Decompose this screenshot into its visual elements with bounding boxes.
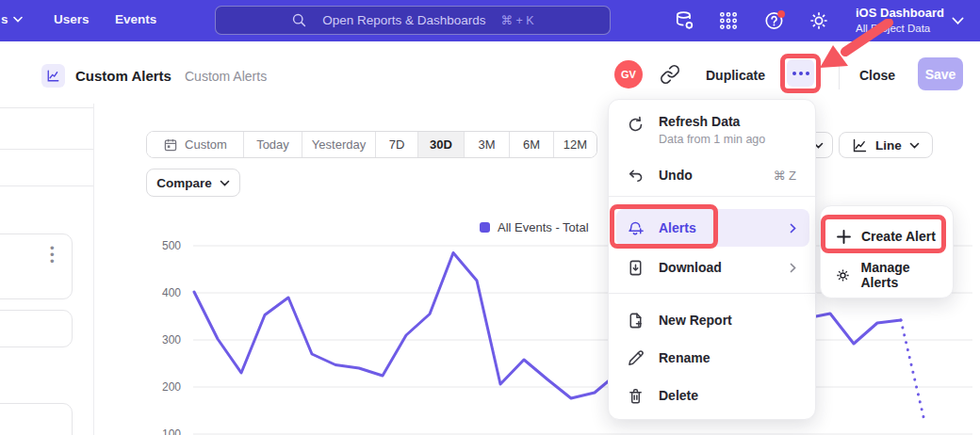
menu-divider: [609, 196, 817, 197]
refresh-icon: [626, 115, 645, 134]
menu-item-shortcut: ⌘ Z: [773, 169, 796, 183]
avatar[interactable]: GV: [614, 60, 643, 89]
alerts-submenu: Create Alert Manage Alerts: [820, 205, 954, 298]
card-kebab-menu-icon[interactable]: •••: [50, 245, 55, 265]
query-builder-card[interactable]: [0, 234, 73, 299]
menu-item-label: Rename: [659, 350, 710, 365]
menu-item-sublabel: Data from 1 min ago: [659, 133, 765, 146]
search-icon: [291, 12, 307, 28]
submenu-item-label: Manage Alerts: [861, 260, 949, 290]
global-search-input[interactable]: Open Reports & Dashboards ⌘ + K: [215, 6, 611, 35]
plus-icon: [835, 228, 852, 245]
save-button[interactable]: Save: [918, 57, 963, 90]
y-axis-tick: 200: [143, 380, 181, 394]
apps-grid-icon[interactable]: [718, 10, 739, 31]
legend-swatch: [480, 222, 490, 233]
date-range-30d-selected[interactable]: 30D: [418, 132, 465, 157]
nav-item-events[interactable]: Events: [115, 12, 156, 26]
search-placeholder: Open Reports & Dashboards: [322, 13, 485, 27]
menu-item-rename[interactable]: Rename: [616, 339, 809, 377]
chevron-down-icon: [13, 16, 23, 23]
bell-plus-icon: [626, 218, 645, 237]
chevron-down-icon: [220, 180, 230, 186]
chevron-right-icon: [790, 263, 796, 273]
date-range-7d[interactable]: 7D: [376, 132, 418, 157]
header-divider: [839, 58, 840, 89]
date-range-3m[interactable]: 3M: [465, 132, 510, 157]
trash-icon: [626, 386, 645, 405]
date-range-yesterday[interactable]: Yesterday: [302, 132, 376, 157]
chevron-down-icon: [909, 142, 920, 149]
close-button[interactable]: Close: [859, 68, 895, 83]
share-link-icon[interactable]: [660, 64, 680, 85]
submenu-item-manage-alerts[interactable]: Manage Alerts: [827, 257, 948, 293]
pencil-icon: [626, 348, 645, 367]
duplicate-button[interactable]: Duplicate: [706, 68, 765, 83]
y-axis-tick: 300: [143, 333, 181, 346]
date-range-segmented-control: Custom Today Yesterday 7D 30D 3M 6M 12M: [146, 131, 597, 158]
menu-item-label: Download: [659, 260, 722, 275]
menu-item-label: Refresh Data: [659, 114, 765, 129]
top-navbar: s Users Events Open Reports & Dashboards…: [0, 0, 980, 41]
date-range-12m[interactable]: 12M: [554, 132, 596, 157]
query-builder-card[interactable]: [0, 310, 73, 347]
project-selector[interactable]: iOS Dashboard All Project Data: [856, 4, 944, 35]
project-chevron-down-icon[interactable]: [952, 17, 964, 25]
chart-type-button[interactable]: Line: [839, 132, 933, 158]
rail-divider: [0, 185, 93, 186]
settings-gear-icon[interactable]: [808, 9, 830, 32]
menu-item-label: Undo: [659, 168, 693, 183]
app-window: 500 400 300 200 100 All Events - Total •…: [0, 0, 980, 435]
data-management-icon[interactable]: [673, 9, 695, 32]
menu-item-refresh-data[interactable]: Refresh Data Data from 1 min ago: [616, 109, 809, 154]
menu-item-new-report[interactable]: New Report: [616, 301, 809, 339]
chart-line-projected: [901, 320, 924, 421]
gear-icon: [835, 266, 852, 283]
chart-legend[interactable]: All Events - Total: [480, 220, 589, 234]
menu-item-undo[interactable]: Undo ⌘ Z: [616, 156, 809, 194]
project-scope: All Project Data: [856, 22, 944, 35]
more-options-button[interactable]: [787, 59, 814, 87]
menu-item-label: Alerts: [659, 220, 696, 235]
rail-divider: [0, 107, 93, 108]
report-icon: [41, 64, 65, 88]
menu-divider: [609, 293, 817, 294]
submenu-item-create-alert[interactable]: Create Alert: [827, 218, 948, 254]
doc-plus-icon: [626, 311, 645, 330]
help-icon[interactable]: [763, 9, 786, 32]
compare-button[interactable]: Compare: [146, 169, 240, 197]
menu-item-label: Delete: [659, 388, 698, 403]
page-title: Custom Alerts: [75, 68, 172, 84]
sidebar-divider: [93, 104, 94, 435]
line-chart-icon: [852, 137, 868, 153]
project-name: iOS Dashboard: [856, 4, 944, 22]
breadcrumb[interactable]: Custom Alerts: [185, 69, 267, 84]
more-icon: [792, 72, 796, 75]
menu-item-download[interactable]: Download: [616, 249, 809, 286]
menu-item-alerts[interactable]: Alerts: [616, 209, 809, 247]
y-axis-tick: 100: [143, 427, 181, 435]
menu-item-label: New Report: [659, 313, 732, 328]
y-axis-tick: 400: [143, 286, 181, 299]
search-shortcut: ⌘ + K: [501, 13, 534, 27]
nav-item-users[interactable]: Users: [54, 12, 90, 26]
download-doc-icon: [626, 258, 645, 277]
context-menu: Refresh Data Data from 1 min ago Undo ⌘ …: [608, 99, 816, 420]
menu-item-delete[interactable]: Delete: [616, 377, 809, 414]
date-range-custom[interactable]: Custom: [147, 132, 244, 157]
calendar-icon: [163, 137, 178, 153]
nav-item-truncated[interactable]: s: [1, 12, 23, 26]
query-builder-card[interactable]: [0, 403, 73, 435]
legend-label: All Events - Total: [498, 220, 589, 234]
rail-divider: [0, 149, 93, 150]
notification-badge: [777, 10, 785, 18]
date-range-today[interactable]: Today: [244, 132, 302, 157]
submenu-item-label: Create Alert: [861, 229, 936, 244]
date-range-6m[interactable]: 6M: [510, 132, 554, 157]
y-axis-tick: 500: [143, 239, 181, 252]
undo-icon: [626, 166, 645, 185]
chevron-right-icon: [790, 223, 796, 234]
